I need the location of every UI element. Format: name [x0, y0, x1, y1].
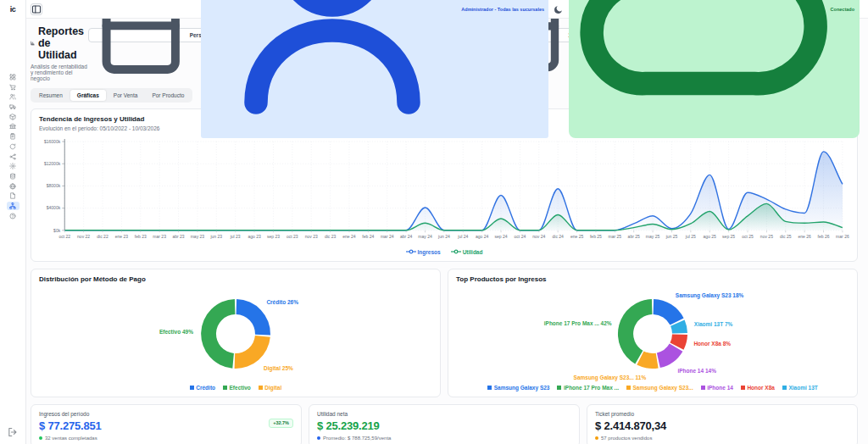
sidebar-item-documents[interactable] — [7, 191, 19, 200]
payment-method-card: Distribución por Método de Pago Crédito … — [31, 269, 441, 397]
stat-note: 57 productos vendidos — [595, 436, 849, 441]
svg-text:ene 23: ene 23 — [115, 234, 129, 239]
sidebar-item-reports[interactable] — [7, 202, 19, 210]
cart-icon — [9, 84, 16, 91]
page-subtitle: Análisis de rentabilidad y rendimiento d… — [31, 64, 88, 81]
svg-text:nov 22: nov 22 — [77, 234, 90, 239]
donut-slice-cr-dito — [236, 299, 270, 335]
admin-role-badge[interactable]: Administrador - Todas las sucursales — [201, 0, 548, 138]
app-logo: ic — [10, 5, 16, 14]
stat-dot — [39, 436, 42, 440]
donut-slice-digital — [235, 336, 270, 369]
legend-item-iphone-14: iPhone 14 — [701, 385, 733, 391]
stat-change-badge: +32.7% — [269, 419, 293, 428]
sidebar-item-inventory[interactable] — [7, 122, 19, 130]
sidebar-item-help[interactable] — [7, 212, 19, 220]
stat-value: $ 77.275.851 — [39, 419, 293, 432]
sidebar-item-billing[interactable] — [7, 132, 19, 141]
box-icon — [9, 114, 16, 120]
users-icon — [9, 93, 16, 100]
svg-text:iPhone 17 Pro Max ... 42%: iPhone 17 Pro Max ... 42% — [544, 320, 612, 326]
svg-text:may 25: may 25 — [646, 234, 660, 239]
sidebar: ic — [0, 0, 26, 444]
trend-chart-legend: IngresosUtilidad — [39, 249, 849, 255]
bar-chart-icon — [31, 39, 35, 47]
svg-text:jun 25: jun 25 — [665, 234, 678, 239]
tab-por-producto[interactable]: Por Producto — [145, 90, 191, 101]
sidebar-item-products[interactable] — [7, 113, 19, 121]
sidebar-item-integrations[interactable] — [7, 153, 19, 161]
svg-text:oct 23: oct 23 — [287, 234, 298, 239]
svg-text:jul 23: jul 23 — [230, 234, 241, 239]
svg-text:jul 24: jul 24 — [457, 234, 468, 239]
sidebar-item-history[interactable] — [7, 142, 19, 151]
tab-graficas[interactable]: Gráficas — [70, 90, 106, 101]
tab-resumen[interactable]: Resumen — [32, 90, 70, 101]
dark-mode-toggle[interactable] — [554, 4, 564, 14]
sidebar-item-settings[interactable] — [7, 162, 19, 170]
sidebar-item-dashboard[interactable] — [7, 73, 19, 81]
payment-method-legend: CréditoEfectivoDigital — [39, 385, 432, 391]
logout-button[interactable] — [7, 427, 19, 437]
svg-text:oct 24: oct 24 — [515, 234, 526, 239]
sidebar-item-web[interactable] — [7, 182, 19, 191]
share-icon — [9, 153, 16, 160]
legend-item-honor-x8a: Honor X8a — [741, 385, 775, 391]
svg-text:nov 24: nov 24 — [532, 234, 545, 239]
svg-text:mar 25: mar 25 — [609, 234, 622, 239]
sidebar-item-customers[interactable] — [7, 92, 19, 101]
sidebar-item-sales[interactable] — [7, 83, 19, 92]
svg-text:sep 25: sep 25 — [722, 234, 735, 239]
stat-card-utilidad: Utilidad neta $ 25.239.219 Promedio: $ 7… — [309, 404, 580, 444]
calendar-icon — [95, 19, 186, 81]
svg-text:ago 24: ago 24 — [476, 234, 489, 239]
sidebar-item-payments[interactable] — [7, 172, 19, 180]
donut-slice-samsung-galaxy-s23 — [654, 299, 684, 325]
gear-icon — [9, 163, 16, 169]
top-products-donut: Samsung Galaxy S23 18%Xiaomi 13T 7%Honor… — [456, 284, 849, 384]
sidebar-nav — [7, 73, 19, 221]
svg-text:nov 25: nov 25 — [760, 234, 773, 239]
svg-text:ene 25: ene 25 — [570, 234, 584, 239]
sidebar-toggle-button[interactable] — [31, 3, 42, 15]
globe-icon — [9, 183, 16, 190]
svg-text:feb 26: feb 26 — [818, 234, 830, 239]
stat-value: $ 2.414.870,34 — [595, 419, 849, 432]
svg-text:Crédito 26%: Crédito 26% — [266, 299, 298, 305]
sidebar-item-shipping[interactable] — [7, 103, 19, 111]
svg-text:Xiaomi 13T 7%: Xiaomi 13T 7% — [694, 321, 733, 327]
page-title: Reportes de Utilidad — [31, 25, 88, 61]
svg-text:nov 23: nov 23 — [305, 234, 318, 239]
svg-text:feb 24: feb 24 — [362, 234, 374, 239]
svg-text:sep 24: sep 24 — [495, 234, 508, 239]
truck-icon — [9, 103, 16, 110]
moon-icon — [554, 4, 564, 14]
tab-por-venta[interactable]: Por Venta — [107, 90, 145, 101]
svg-text:dic 25: dic 25 — [780, 234, 792, 239]
svg-text:mar 26: mar 26 — [836, 234, 849, 239]
sitemap-icon — [9, 203, 16, 209]
report-tabs: ResumenGráficasPor VentaPor Producto — [31, 88, 192, 103]
svg-text:jun 24: jun 24 — [437, 234, 450, 239]
svg-text:Digital 25%: Digital 25% — [264, 364, 293, 371]
svg-text:dic 23: dic 23 — [325, 234, 337, 239]
stats-row: Ingresos del período $ 77.275.851 +32.7%… — [31, 404, 858, 444]
clipboard-icon — [9, 133, 16, 140]
svg-text:ene 24: ene 24 — [342, 234, 356, 239]
svg-text:abr 25: abr 25 — [628, 234, 640, 239]
legend-item-ingresos: Ingresos — [406, 249, 441, 255]
stat-label: Ticket promedio — [595, 411, 849, 417]
svg-text:Honor X8a 8%: Honor X8a 8% — [693, 341, 731, 347]
top-products-legend: Samsung Galaxy S23iPhone 17 Pro Max ...S… — [456, 385, 849, 391]
stat-dot — [595, 436, 598, 440]
svg-text:oct 25: oct 25 — [742, 234, 754, 239]
legend-item-cr-dito: Crédito — [190, 385, 215, 391]
top-products-title: Top Productos por Ingresos — [456, 275, 849, 283]
svg-text:ene 26: ene 26 — [798, 234, 811, 239]
help-icon — [9, 213, 16, 219]
trend-chart: $0k$4000k$8000k$12000k$16000koct 22nov 2… — [39, 135, 849, 249]
svg-text:ago 25: ago 25 — [704, 234, 717, 239]
admin-role-label: Administrador - Todas las sucursales — [461, 7, 544, 12]
svg-text:mar 23: mar 23 — [153, 234, 166, 239]
svg-text:jun 23: jun 23 — [209, 234, 222, 239]
